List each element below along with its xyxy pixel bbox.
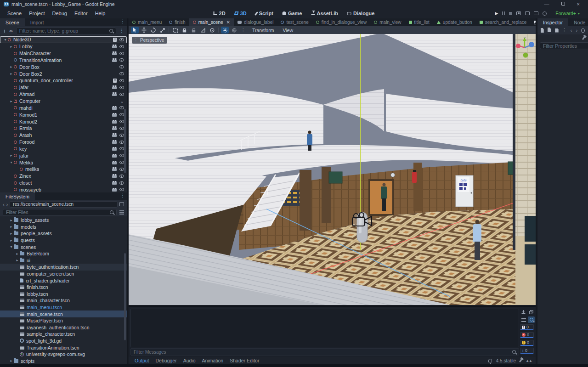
tab-inspector[interactable]: Inspector xyxy=(537,18,568,26)
tree-row-key[interactable]: key xyxy=(0,146,127,152)
visibility-eye-icon[interactable] xyxy=(119,154,124,157)
new-resource-icon[interactable] xyxy=(541,28,544,33)
tree-row-arash[interactable]: Arash xyxy=(0,132,127,139)
tree-row-sample-character-tscn[interactable]: sample_character.tscn xyxy=(0,331,127,338)
search-messages-icon[interactable] xyxy=(528,316,535,323)
notification-bell-icon[interactable] xyxy=(488,359,492,362)
visibility-eye-icon[interactable] xyxy=(119,113,124,116)
scene-tab-main_view[interactable]: main_view xyxy=(370,18,405,26)
expand-arrow-icon[interactable]: ▸ xyxy=(9,225,14,229)
bottom-tab-audio[interactable]: Audio xyxy=(180,358,199,363)
viewport-more-menu-icon[interactable]: ⋮ xyxy=(239,27,247,34)
visibility-eye-icon[interactable] xyxy=(119,168,124,171)
view-menu[interactable]: View xyxy=(279,28,297,33)
tree-row-melika[interactable]: melika xyxy=(0,166,127,173)
expand-arrow-icon[interactable]: ▸ xyxy=(9,359,14,363)
tree-row-ermia[interactable]: Ermia xyxy=(0,125,127,132)
tree-row-komod2[interactable]: Komod2 xyxy=(0,118,127,125)
tree-row-forood[interactable]: Forood xyxy=(0,139,127,146)
context-button-assetlib[interactable]: AssetLib xyxy=(307,10,341,17)
tree-row-door-box2[interactable]: ▸Door Box2 xyxy=(0,70,127,77)
scene-tab-dialogue_label[interactable]: dialogue_label xyxy=(234,18,277,26)
movie-badge-icon[interactable] xyxy=(112,181,117,185)
movie-badge-icon[interactable] xyxy=(112,92,117,96)
context-button-dialogue[interactable]: Dialogue xyxy=(344,10,378,17)
context-button-game[interactable]: Game xyxy=(279,10,306,17)
movie-badge-icon[interactable] xyxy=(112,140,117,144)
tab-filesystem[interactable]: FileSystem xyxy=(0,192,35,200)
unlock-node-button[interactable] xyxy=(190,27,198,34)
load-resource-icon[interactable] xyxy=(548,28,551,32)
tree-row-node3d[interactable]: ▾Node3D xyxy=(0,36,127,43)
edit-back-icon[interactable]: ‹ xyxy=(571,28,572,33)
collapse-messages-icon[interactable] xyxy=(520,316,527,323)
visibility-eye-icon[interactable] xyxy=(119,175,124,178)
history-icon[interactable] xyxy=(581,28,585,33)
tree-row-ahmad[interactable]: Ahmad xyxy=(0,91,127,98)
expand-arrow-icon[interactable]: ▸ xyxy=(9,153,14,158)
expand-arrow-icon[interactable]: ▸ xyxy=(9,65,14,69)
pin-icon[interactable] xyxy=(582,36,585,40)
tree-row-main-scene-tscn[interactable]: main_scene.tscn xyxy=(0,311,127,317)
save-resource-icon[interactable] xyxy=(555,28,559,33)
visibility-eye-icon[interactable] xyxy=(119,79,124,82)
play-button[interactable]: ▶ xyxy=(495,11,498,16)
tree-row-lobby-assets[interactable]: ▸lobby_assets xyxy=(0,217,127,224)
attached-script-icon[interactable] xyxy=(113,79,117,83)
movie-mode-button[interactable] xyxy=(543,11,547,16)
tree-row-lobby-tscn[interactable]: lobby.tscn xyxy=(0,291,127,298)
visibility-eye-icon[interactable] xyxy=(119,141,124,144)
tree-row-university-svgrepo-com-svg[interactable]: university-svgrepo-com.svg xyxy=(0,351,127,358)
expand-arrow-icon[interactable]: ▸ xyxy=(9,99,14,103)
transform-menu[interactable]: Transform xyxy=(249,28,277,33)
scene-filter-input[interactable] xyxy=(19,28,107,34)
run-specific-scene-button[interactable] xyxy=(534,11,538,15)
scale-tool-button[interactable] xyxy=(158,27,166,34)
pause-button[interactable] xyxy=(502,11,505,15)
bottom-tab-shader-editor[interactable]: Shader Editor xyxy=(226,358,262,363)
tree-row-rayanesh-authentication-tscn[interactable]: rayanesh_authentication.tscn xyxy=(0,324,127,331)
scene-tab-test_scene[interactable]: test_scene xyxy=(277,18,312,26)
close-button[interactable]: × xyxy=(577,0,580,8)
list-select-tool-button[interactable] xyxy=(171,27,179,34)
visibility-eye-icon[interactable] xyxy=(119,134,124,137)
filesystem-dock-menu-icon[interactable]: ⋮ xyxy=(119,192,127,200)
movie-badge-icon[interactable] xyxy=(112,85,117,89)
movie-badge-icon[interactable] xyxy=(112,161,117,164)
properties-filter-input[interactable] xyxy=(543,43,588,49)
menu-scene[interactable]: Scene xyxy=(4,11,25,16)
sort-files-icon[interactable] xyxy=(119,210,124,215)
visibility-eye-icon[interactable] xyxy=(119,52,124,55)
tree-row-quests[interactable]: ▸quests xyxy=(0,237,127,244)
tree-row-finish-tscn[interactable]: finish.tscn xyxy=(0,284,127,291)
movie-badge-icon[interactable] xyxy=(112,106,117,110)
expand-arrow-icon[interactable]: ▸ xyxy=(9,72,14,76)
copy-log-icon[interactable] xyxy=(528,309,535,315)
renderer-dropdown[interactable]: Forward+ ▾ xyxy=(551,11,582,16)
context-button-3d[interactable]: 3D xyxy=(231,10,250,17)
collapse-arrow-icon[interactable]: ▾ xyxy=(3,38,8,42)
tree-row-scripts[interactable]: ▸scripts xyxy=(0,357,127,364)
output-console[interactable] xyxy=(130,309,519,347)
scene-tree-scrollbar[interactable] xyxy=(124,109,126,173)
visibility-eye-icon[interactable] xyxy=(119,86,124,89)
collapse-arrow-icon[interactable]: ▾ xyxy=(9,245,14,249)
chevron-down-icon[interactable]: ⌄ xyxy=(120,98,124,104)
bottom-tab-output[interactable]: Output xyxy=(131,358,153,363)
visibility-eye-icon[interactable] xyxy=(119,72,124,75)
tree-row-quantum-door-controller[interactable]: quantum_door_controller xyxy=(0,77,127,84)
bottom-tab-debugger[interactable]: Debugger xyxy=(153,358,180,363)
tree-row-people-assets[interactable]: ▸people_assets xyxy=(0,230,127,237)
tree-row-transitionanimation[interactable]: TransitionAnimation xyxy=(0,57,127,64)
expand-arrow-icon[interactable]: ▸ xyxy=(9,231,14,236)
scene-tab-search_and_replace[interactable]: search_and_replace xyxy=(476,18,531,26)
visibility-eye-icon[interactable] xyxy=(119,147,124,150)
visibility-eye-icon[interactable] xyxy=(119,93,124,96)
movie-badge-icon[interactable] xyxy=(112,133,117,137)
menu-help[interactable]: Help xyxy=(91,11,109,16)
preview-environment-button[interactable] xyxy=(230,27,238,34)
stop-button[interactable] xyxy=(509,12,512,15)
tree-row-main-menu-tscn[interactable]: main_menu.tscn xyxy=(0,304,127,311)
perspective-menu[interactable]: ⋮ Perspective xyxy=(132,37,167,44)
scene-tab-find_in_dialogue_view[interactable]: find_in_dialogue_view xyxy=(312,18,370,26)
